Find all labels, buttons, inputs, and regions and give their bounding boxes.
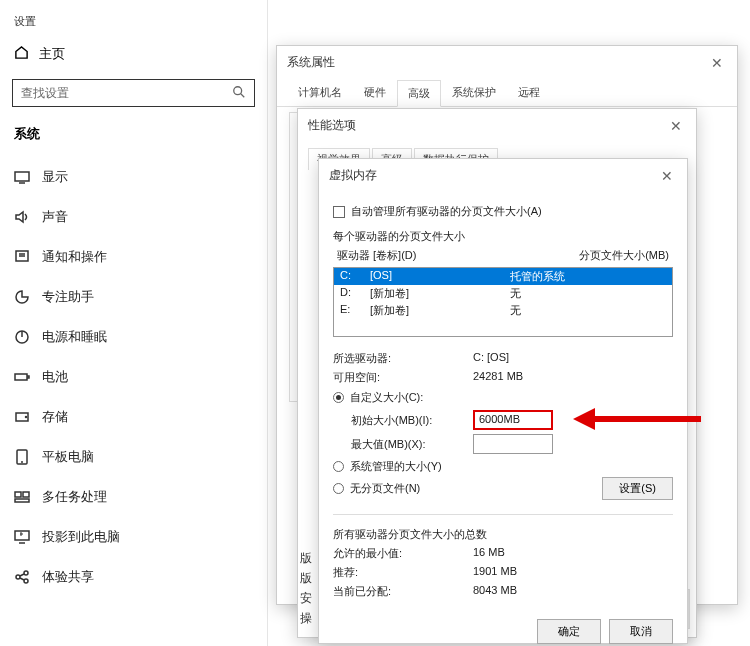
auto-manage-checkbox[interactable]: 自动管理所有驱动器的分页文件大小(A) — [333, 200, 673, 223]
nav-sound[interactable]: 声音 — [0, 197, 267, 237]
drive-row[interactable]: E: [新加卷] 无 — [334, 302, 672, 319]
sysprops-title: 系统属性 — [287, 54, 335, 71]
initial-size-input[interactable]: 6000MB — [473, 410, 553, 430]
close-icon[interactable]: ✕ — [657, 168, 677, 184]
nav-notifications[interactable]: 通知和操作 — [0, 237, 267, 277]
totals-group: 所有驱动器分页文件大小的总数 允许的最小值:16 MB 推荐:1901 MB 当… — [333, 514, 673, 601]
radio-icon — [333, 461, 344, 472]
free-space-row: 可用空间: 24281 MB — [333, 368, 673, 387]
clipped-text: 安 — [300, 590, 312, 607]
home-nav[interactable]: 主页 — [0, 35, 267, 73]
sysprops-tabs: 计算机名 硬件 高级 系统保护 远程 — [277, 79, 737, 107]
per-drive-label: 每个驱动器的分页文件大小 — [333, 223, 673, 246]
display-icon — [14, 169, 30, 185]
power-icon — [14, 329, 30, 345]
no-pagefile-radio[interactable]: 无分页文件(N) — [333, 478, 420, 499]
home-icon — [14, 45, 29, 63]
svg-rect-4 — [15, 374, 27, 380]
nav-battery[interactable]: 电池 — [0, 357, 267, 397]
nav-shared[interactable]: 体验共享 — [0, 557, 267, 597]
svg-rect-10 — [15, 499, 29, 502]
settings-title: 设置 — [0, 8, 267, 35]
custom-size-radio[interactable]: 自定义大小(C): — [333, 387, 673, 408]
svg-rect-11 — [15, 531, 29, 540]
nav-multitask[interactable]: 多任务处理 — [0, 477, 267, 517]
virtmem-title: 虚拟内存 — [329, 167, 377, 184]
projecting-icon — [14, 529, 30, 545]
clipped-text: 操 — [300, 610, 312, 627]
radio-icon — [333, 483, 344, 494]
totals-title: 所有驱动器分页文件大小的总数 — [333, 521, 673, 544]
notifications-icon — [14, 249, 30, 265]
svg-point-13 — [24, 571, 28, 575]
svg-point-12 — [16, 575, 20, 579]
svg-point-0 — [234, 86, 242, 94]
svg-point-14 — [24, 579, 28, 583]
drive-row[interactable]: C: [OS] 托管的系统 — [334, 268, 672, 285]
tab-remote[interactable]: 远程 — [507, 79, 551, 106]
tablet-icon — [14, 449, 30, 465]
settings-sidebar: 设置 主页 查找设置 系统 显示 声音 通知和操作 专注助手 电源和睡眠 电池 … — [0, 0, 268, 646]
drive-row[interactable]: D: [新加卷] 无 — [334, 285, 672, 302]
initial-size-label: 初始大小(MB)(I): — [351, 413, 463, 428]
sound-icon — [14, 209, 30, 225]
system-managed-radio[interactable]: 系统管理的大小(Y) — [333, 456, 673, 477]
battery-icon — [14, 369, 30, 385]
svg-rect-8 — [15, 492, 21, 497]
close-icon[interactable]: ✕ — [707, 55, 727, 71]
svg-rect-9 — [23, 492, 29, 497]
tab-advanced[interactable]: 高级 — [397, 80, 441, 107]
tab-computername[interactable]: 计算机名 — [287, 79, 353, 106]
multitask-icon — [14, 489, 30, 505]
search-input[interactable]: 查找设置 — [12, 79, 255, 107]
tab-systemprotection[interactable]: 系统保护 — [441, 79, 507, 106]
clipped-text: 版 — [300, 550, 312, 567]
radio-icon — [333, 392, 344, 403]
selected-drive-row: 所选驱动器: C: [OS] — [333, 349, 673, 368]
svg-rect-1 — [15, 172, 29, 181]
search-icon — [232, 85, 246, 102]
drive-list-header: 驱动器 [卷标](D) 分页文件大小(MB) — [333, 246, 673, 265]
tab-hardware[interactable]: 硬件 — [353, 79, 397, 106]
nav-focus[interactable]: 专注助手 — [0, 277, 267, 317]
clipped-text: 版 — [300, 570, 312, 587]
perfopt-title: 性能选项 — [308, 117, 356, 134]
ok-button[interactable]: 确定 — [537, 619, 601, 644]
nav-display[interactable]: 显示 — [0, 157, 267, 197]
nav-projecting[interactable]: 投影到此电脑 — [0, 517, 267, 557]
category-title: 系统 — [0, 121, 267, 157]
svg-point-6 — [26, 417, 27, 418]
nav-storage[interactable]: 存储 — [0, 397, 267, 437]
close-icon[interactable]: ✕ — [666, 118, 686, 134]
nav-tablet[interactable]: 平板电脑 — [0, 437, 267, 477]
home-label: 主页 — [39, 45, 65, 63]
drive-list[interactable]: C: [OS] 托管的系统 D: [新加卷] 无 E: [新加卷] 无 — [333, 267, 673, 337]
checkbox-icon — [333, 206, 345, 218]
virtual-memory-dialog: 虚拟内存 ✕ 自动管理所有驱动器的分页文件大小(A) 每个驱动器的分页文件大小 … — [318, 158, 688, 644]
nav-power[interactable]: 电源和睡眠 — [0, 317, 267, 357]
set-button[interactable]: 设置(S) — [602, 477, 673, 500]
search-placeholder: 查找设置 — [21, 85, 69, 102]
storage-icon — [14, 409, 30, 425]
focus-icon — [14, 289, 30, 305]
max-size-label: 最大值(MB)(X): — [351, 437, 463, 452]
shared-icon — [14, 569, 30, 585]
max-size-input[interactable] — [473, 434, 553, 454]
cancel-button[interactable]: 取消 — [609, 619, 673, 644]
